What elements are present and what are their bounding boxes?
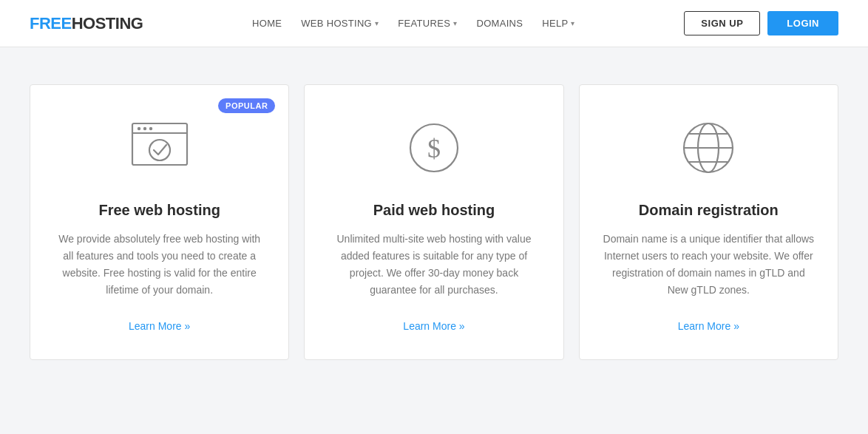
chevron-down-icon: ▾ [571,19,574,27]
card-paid-web-hosting: $ Paid web hosting Unlimited multi-site … [304,84,563,360]
nav-help[interactable]: HELP ▾ [535,13,582,33]
card-title: Domain registration [602,202,816,219]
chevron-down-icon: ▾ [375,19,379,27]
svg-point-2 [137,126,140,129]
header-actions: SIGN UP LOGIN [684,11,838,35]
browser-icon [126,115,193,181]
signup-button[interactable]: SIGN UP [684,11,760,35]
globe-icon [675,115,742,181]
main-nav: HOME WEB HOSTING ▾ FEATURES ▾ DOMAINS HE… [245,13,583,33]
nav-domains[interactable]: DOMAINS [469,13,530,33]
card-title: Paid web hosting [327,202,540,219]
svg-text:$: $ [427,134,441,163]
popular-badge: POPULAR [218,98,275,113]
learn-more-link[interactable]: Learn More » [129,320,190,332]
card-description: We provide absolutely free web hosting w… [52,231,266,299]
nav-features[interactable]: FEATURES ▾ [390,13,464,33]
dollar-icon: $ [401,115,467,181]
learn-more-link[interactable]: Learn More » [403,320,464,332]
svg-point-5 [149,140,170,160]
logo: FREEHOSTING [30,14,143,33]
svg-point-3 [143,126,146,129]
card-free-web-hosting: POPULAR Free web hosting [30,84,289,360]
card-description: Domain name is a unique identifier that … [602,231,816,299]
header: FREEHOSTING HOME WEB HOSTING ▾ FEATURES … [0,0,868,47]
svg-rect-0 [132,123,187,165]
svg-point-4 [149,126,152,129]
nav-home[interactable]: HOME [245,13,289,33]
card-domain-registration: Domain registration Domain name is a uni… [579,84,838,360]
nav-web-hosting[interactable]: WEB HOSTING ▾ [294,13,386,33]
cards-container: POPULAR Free web hosting [30,84,838,360]
logo-free: FREE [30,14,72,33]
main-content: POPULAR Free web hosting [0,47,868,397]
chevron-down-icon: ▾ [453,19,457,27]
card-title: Free web hosting [52,202,266,219]
logo-hosting: HOSTING [72,14,143,33]
card-description: Unlimited multi-site web hosting with va… [327,231,540,299]
login-button[interactable]: LOGIN [767,11,838,35]
learn-more-link[interactable]: Learn More » [678,320,739,332]
